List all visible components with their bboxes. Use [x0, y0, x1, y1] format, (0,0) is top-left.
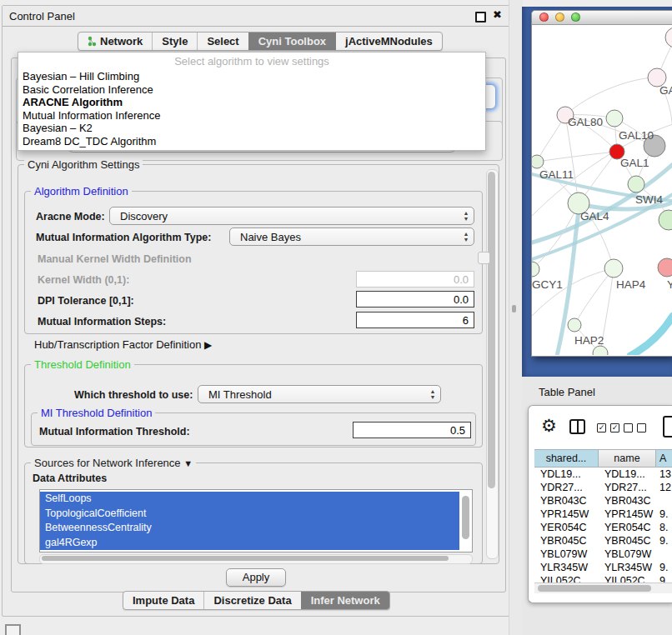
gear-icon[interactable]: ⚙	[541, 417, 557, 434]
stepper-icon: ▲▼	[459, 210, 474, 222]
kernel-width-field[interactable]: 0.0	[356, 271, 474, 288]
data-attribute-item[interactable]: gal4RGexp	[40, 536, 459, 551]
network-node[interactable]	[568, 318, 581, 332]
algorithm-option[interactable]: Bayesian – K2	[18, 122, 485, 135]
data-attribute-item[interactable]: TopologicalCoefficient	[40, 507, 459, 522]
mi-threshold-field[interactable]: 0.5	[353, 422, 471, 438]
apply-button[interactable]: Apply	[226, 568, 286, 587]
data-attribute-item[interactable]: BetweennessCentrality	[40, 521, 459, 536]
table-row[interactable]: YPR145WYPR145W9.	[534, 508, 672, 521]
scrollbar-thumb[interactable]	[488, 172, 495, 488]
table-cell: YBL079W	[599, 548, 656, 561]
table-row[interactable]: YDL19...YDL19...13	[534, 468, 672, 481]
network-window-titlebar[interactable]	[532, 11, 672, 25]
network-node[interactable]	[659, 210, 672, 230]
data-attributes-list[interactable]: SelfLoopsTopologicalCoefficientBetweenne…	[39, 489, 473, 552]
manual-kernel-checkbox[interactable]	[478, 252, 490, 264]
panel-title: Control Panel	[9, 10, 75, 22]
network-edge[interactable]	[574, 268, 614, 325]
table-cell: YBR043C	[599, 494, 656, 508]
node-label: GAL4	[580, 210, 609, 222]
tab-select[interactable]: Select	[197, 32, 248, 50]
column-header[interactable]: name	[599, 449, 656, 468]
network-node[interactable]	[665, 28, 672, 48]
tab-infer-network[interactable]: Infer Network	[301, 592, 389, 609]
settings-scrollbar[interactable]	[486, 169, 499, 559]
table-cell: YBR045C	[534, 534, 599, 548]
table-window: ⚙ ✓✓ shared... name A YDL19...YDL19...13…	[528, 405, 672, 603]
minimize-traffic-light[interactable]	[555, 12, 564, 22]
table-row[interactable]: YIL052CYIL052C9	[534, 574, 672, 582]
algorithm-option[interactable]: Mutual Information Inference	[18, 109, 485, 122]
algorithm-option[interactable]: ARACNE Algorithm	[18, 96, 485, 109]
deselect-all-columns-icon[interactable]	[624, 423, 646, 432]
close-traffic-light[interactable]	[539, 12, 549, 22]
list-scrollbar[interactable]	[460, 491, 471, 551]
table-cell: YER054C	[599, 521, 656, 534]
scrollbar-thumb[interactable]	[42, 556, 449, 561]
table-cell: YBL079W	[534, 548, 599, 561]
tab-network[interactable]: Network	[78, 32, 152, 50]
table-row[interactable]: YLR345WYLR345W9.	[534, 561, 672, 574]
table-row[interactable]: YDR27...YDR27...12	[534, 481, 672, 494]
zoom-traffic-light[interactable]	[571, 12, 580, 22]
bottom-tabs: Impute Data Discretize Data Infer Networ…	[123, 591, 390, 610]
network-node[interactable]	[606, 110, 623, 127]
tab-label: Discretize Data	[213, 594, 291, 607]
column-header[interactable]: shared...	[534, 449, 599, 468]
table-row[interactable]: YBR043CYBR043C	[534, 494, 672, 508]
network-node[interactable]	[604, 259, 623, 278]
data-attribute-item[interactable]: SelfLoops	[40, 492, 459, 507]
network-edge[interactable]	[565, 78, 657, 115]
list-hscrollbar[interactable]	[39, 554, 473, 564]
mi-type-combo[interactable]: Naive Bayes ▲▼	[229, 228, 474, 246]
data-attributes-items: SelfLoopsTopologicalCoefficientBetweenne…	[40, 490, 472, 550]
network-node[interactable]	[532, 155, 544, 168]
kernel-width-label: Kernel Width (0,1):	[38, 274, 129, 286]
network-window[interactable]: GALGAL80GAL10GAL1GAL11SWI4GAL4GCY1HAP4YH…	[531, 10, 672, 357]
tab-style[interactable]: Style	[152, 32, 197, 50]
table-row[interactable]: YBL079WYBL079W	[534, 548, 672, 561]
chevron-down-icon[interactable]: ▼	[183, 458, 193, 468]
mi-steps-field[interactable]: 6	[356, 312, 474, 328]
table-row[interactable]: YER054CYER054C8.	[534, 521, 672, 534]
table-cell: 9.	[656, 561, 668, 574]
select-all-columns-icon[interactable]: ✓✓	[597, 423, 619, 432]
table-row[interactable]: YBR045CYBR045C9.	[534, 534, 672, 548]
dpi-tolerance-field[interactable]: 0.0	[356, 291, 474, 308]
tab-cyni-toolbox[interactable]: Cyni Toolbox	[248, 32, 335, 50]
panel-icon[interactable]	[663, 416, 672, 438]
which-threshold-combo[interactable]: MI Threshold ▲▼	[198, 385, 441, 403]
tab-label: Select	[207, 35, 238, 48]
close-icon[interactable]: ✖	[493, 8, 502, 21]
data-attributes-label: Data Attributes	[33, 472, 107, 484]
network-node[interactable]	[628, 176, 644, 192]
network-canvas[interactable]: GALGAL80GAL10GAL1GAL11SWI4GAL4GCY1HAP4YH…	[532, 24, 672, 355]
group-title: Sources for Network Inference ▼	[31, 457, 196, 469]
column-header[interactable]: A	[656, 449, 672, 468]
algorithm-option[interactable]: Dream8 DC_TDC Algorithm	[18, 135, 485, 148]
splitter-handle[interactable]	[512, 305, 516, 312]
group-title: Algorithm Definition	[31, 185, 132, 198]
hub-definition-toggle[interactable]: Hub/Transcription Factor Definition ▶	[34, 338, 212, 351]
screen: { "window": {"title": "Control Panel"}, …	[0, 0, 672, 635]
tab-impute-data[interactable]: Impute Data	[123, 592, 203, 609]
columns-icon[interactable]	[569, 419, 585, 434]
algorithm-option[interactable]: Basic Correlation Inference	[18, 83, 485, 97]
tab-jactivemnodules[interactable]: jActiveMNodules	[335, 32, 442, 50]
table-cell: 9.	[656, 534, 668, 548]
scrollbar-thumb[interactable]	[538, 585, 651, 592]
network-node[interactable]	[532, 262, 539, 277]
float-window-icon[interactable]	[475, 12, 486, 22]
tab-discretize-data[interactable]: Discretize Data	[203, 592, 300, 609]
scrollbar-thumb[interactable]	[462, 496, 469, 539]
aracne-mode-combo[interactable]: Discovery ▲▼	[109, 207, 474, 225]
mi-steps-label: Mutual Information Steps:	[38, 316, 166, 328]
node-label: GAL	[659, 84, 672, 97]
network-edge[interactable]	[630, 316, 672, 355]
panel-splitter[interactable]	[509, 0, 523, 635]
algorithm-option[interactable]: Bayesian – Hill Climbing	[18, 70, 485, 83]
minimized-panel-icon[interactable]	[5, 624, 21, 635]
table-hscrollbar[interactable]	[534, 582, 672, 593]
network-node[interactable]	[658, 258, 672, 277]
